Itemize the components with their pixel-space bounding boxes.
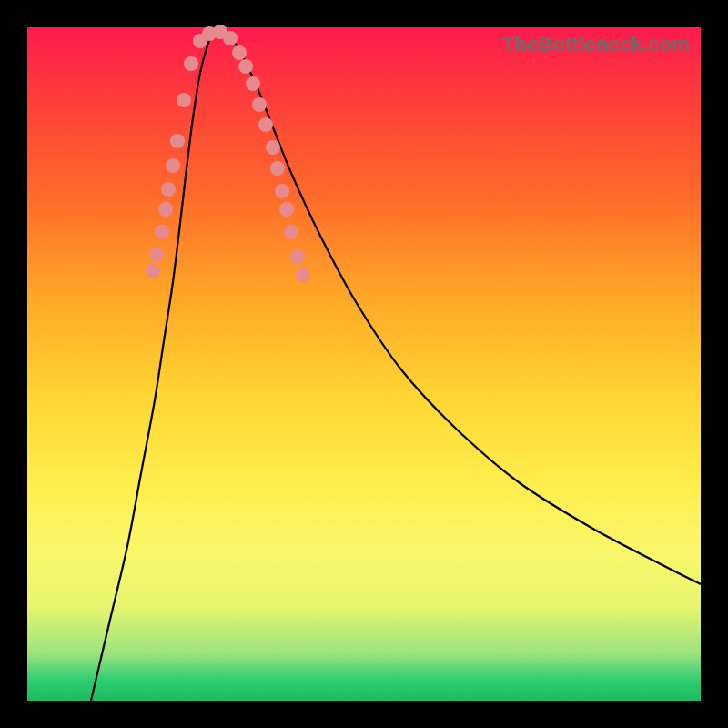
highlight-dot — [290, 249, 305, 264]
plot-area: TheBottleneck.com — [27, 27, 701, 701]
highlight-dot — [266, 140, 280, 155]
highlight-dot — [279, 202, 294, 217]
highlight-dot — [232, 46, 247, 60]
highlight-dot — [270, 161, 285, 176]
highlight-dot — [246, 76, 260, 91]
highlight-dot — [184, 56, 198, 71]
highlight-dot — [155, 225, 169, 239]
highlight-dot — [170, 134, 185, 148]
highlight-dot — [284, 225, 298, 239]
curve-svg — [27, 27, 701, 701]
highlight-dot — [161, 182, 176, 197]
highlight-dot — [258, 117, 273, 132]
bottleneck-curve — [91, 30, 701, 701]
highlight-dots-group — [146, 25, 310, 282]
highlight-dot — [296, 268, 310, 282]
highlight-dot — [223, 31, 238, 46]
highlight-dot — [275, 184, 289, 198]
chart-frame: TheBottleneck.com — [0, 0, 728, 728]
highlight-dot — [177, 93, 191, 107]
highlight-dot — [252, 97, 267, 112]
highlight-dot — [158, 202, 173, 217]
highlight-dot — [166, 158, 180, 173]
highlight-dot — [149, 248, 164, 262]
highlight-dot — [146, 264, 160, 278]
highlight-dot — [238, 59, 253, 74]
